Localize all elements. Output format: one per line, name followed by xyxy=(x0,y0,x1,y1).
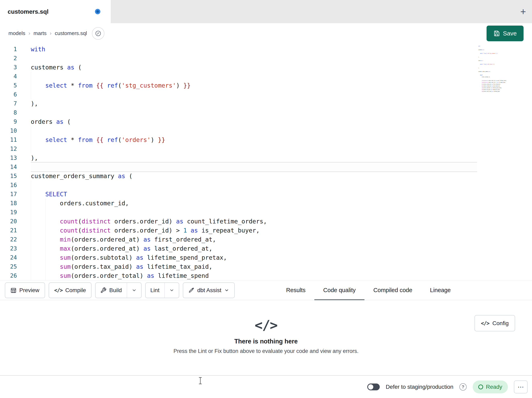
minimap-line xyxy=(478,65,509,67)
code-icon: </> xyxy=(481,320,489,326)
save-button[interactable]: Save xyxy=(487,26,524,41)
unsaved-indicator-dot xyxy=(95,9,100,14)
save-icon xyxy=(493,30,500,37)
code-line[interactable]: 18 orders.customer_id, xyxy=(0,199,532,208)
line-number: 14 xyxy=(0,163,17,171)
help-icon[interactable]: ? xyxy=(459,383,467,391)
code-line[interactable]: 1with xyxy=(0,45,532,54)
file-action-button[interactable] xyxy=(92,27,104,40)
line-number: 7 xyxy=(0,99,17,108)
code-line[interactable]: 12 xyxy=(0,144,532,153)
defer-label: Defer to staging/production xyxy=(386,384,453,390)
ready-status-badge[interactable]: Ready xyxy=(473,380,508,393)
minimap-line: count(distinct orders.order_id) > 1 as i… xyxy=(478,81,509,83)
code-line[interactable]: 11 select * from {{ ref('orders') }} xyxy=(0,135,532,144)
dbt-assist-button[interactable]: dbt Assist xyxy=(183,282,235,298)
code-line-content xyxy=(31,181,477,190)
code-line[interactable]: 4 xyxy=(0,72,532,81)
chevron-down-icon xyxy=(132,288,137,293)
indent-guide xyxy=(31,226,31,235)
indent-guide xyxy=(45,208,45,217)
chevron-down-icon xyxy=(169,288,174,293)
defer-toggle[interactable] xyxy=(367,384,380,390)
code-line[interactable]: 23 max(orders.ordered_at) as last_ordere… xyxy=(0,244,532,253)
code-line[interactable]: 15customer_orders_summary as ( xyxy=(0,171,532,181)
code-line[interactable]: 7), xyxy=(0,99,532,108)
breadcrumb-item-customers-sql: customers.sql xyxy=(55,30,87,36)
indent-guide xyxy=(45,244,45,253)
indent-guide xyxy=(45,199,45,208)
code-line-content: count(distinct orders.order_id) > 1 as i… xyxy=(31,226,477,235)
minimap-line xyxy=(478,69,509,71)
breadcrumb-item-marts[interactable]: marts xyxy=(34,30,47,36)
build-dropdown-button[interactable] xyxy=(127,283,141,298)
dbt-assist-label: dbt Assist xyxy=(197,287,222,294)
editor-tab-bar: customers.sql + xyxy=(0,0,532,23)
code-line[interactable]: 14 xyxy=(0,163,532,171)
minimap-line xyxy=(478,54,509,56)
preview-button[interactable]: Preview xyxy=(5,282,45,298)
indent-guide xyxy=(31,72,31,81)
code-line[interactable]: 3customers as ( xyxy=(0,63,532,72)
file-action-icon xyxy=(95,30,101,37)
minimap-line: with xyxy=(478,45,509,47)
code-line[interactable]: 21 count(distinct orders.order_id) > 1 a… xyxy=(0,226,532,235)
code-line-content: customer_orders_summary as ( xyxy=(31,171,477,181)
minimap-line xyxy=(478,72,509,74)
tab-results[interactable]: Results xyxy=(277,281,314,300)
code-line-content xyxy=(31,90,477,99)
minimap-line: sum(orders.order_total) as lifetime_spen… xyxy=(478,90,509,92)
tab-code-quality[interactable]: Code quality xyxy=(314,281,364,300)
code-line[interactable]: 20 count(distinct orders.order_id) as co… xyxy=(0,217,532,226)
code-line[interactable]: 25 sum(orders.tax_paid) as lifetime_tax_… xyxy=(0,262,532,271)
code-line[interactable]: 8 xyxy=(0,108,532,117)
minimap-line: sum(orders.subtotal) as lifetime_spend_p… xyxy=(478,87,509,89)
lint-button[interactable]: Lint xyxy=(146,283,164,298)
code-line[interactable]: 13), xyxy=(0,153,532,163)
config-button[interactable]: </> Config xyxy=(475,315,515,331)
compile-button[interactable]: </> Compile xyxy=(49,282,92,298)
line-number: 18 xyxy=(0,199,17,208)
table-icon xyxy=(10,287,17,293)
indent-guide xyxy=(31,126,31,135)
code-line[interactable]: 6 xyxy=(0,90,532,99)
code-line[interactable]: 9orders as ( xyxy=(0,117,532,126)
line-number: 19 xyxy=(0,208,17,217)
code-line[interactable]: 19 xyxy=(0,208,532,217)
code-line[interactable]: 10 xyxy=(0,126,532,135)
breadcrumb-item-models[interactable]: models xyxy=(8,30,25,36)
indent-guide xyxy=(45,226,45,235)
minimap[interactable]: withcustomers as ( select * from {{ ref(… xyxy=(478,45,509,94)
tab-lineage[interactable]: Lineage xyxy=(421,281,460,300)
code-line[interactable]: 16 xyxy=(0,181,532,190)
code-editor[interactable]: 1with23customers as (45 select * from {{… xyxy=(0,44,532,280)
line-number: 26 xyxy=(0,271,17,280)
tab-customers-sql[interactable]: customers.sql xyxy=(0,0,111,23)
breadcrumb-separator: › xyxy=(29,30,30,36)
code-line[interactable]: 22 min(orders.ordered_at) as first_order… xyxy=(0,235,532,244)
build-button[interactable]: Build xyxy=(95,283,127,298)
code-line[interactable]: 24 sum(orders.subtotal) as lifetime_spen… xyxy=(0,253,532,262)
new-tab-button[interactable]: + xyxy=(520,7,526,17)
code-line-content xyxy=(31,72,477,81)
minimap-line: SELECT xyxy=(478,74,509,76)
lint-dropdown-button[interactable] xyxy=(164,283,179,298)
indent-guide xyxy=(31,208,31,217)
chevron-down-icon xyxy=(224,288,229,293)
code-line-content: min(orders.ordered_at) as first_ordered_… xyxy=(31,235,477,244)
indent-guide xyxy=(45,253,45,262)
minimap-line xyxy=(478,51,509,52)
code-line-content: customers as ( xyxy=(31,63,477,72)
code-line[interactable]: 26 sum(orders.order_total) as lifetime_s… xyxy=(0,271,532,280)
tab-compiled-code[interactable]: Compiled code xyxy=(364,281,421,300)
breadcrumb-separator: › xyxy=(50,30,52,36)
minimap-line: select * from {{ ref('orders') }} xyxy=(478,63,509,65)
indent-guide xyxy=(45,271,45,280)
toolbar-buttons: Preview </> Compile Build Lint xyxy=(5,281,235,300)
code-line[interactable]: 17 SELECT xyxy=(0,190,532,199)
code-line[interactable]: 5 select * from {{ ref('stg_customers') … xyxy=(0,81,532,90)
minimap-line: ), xyxy=(478,67,509,69)
indent-guide xyxy=(31,144,31,153)
code-line[interactable]: 2 xyxy=(0,54,532,63)
more-options-button[interactable]: ⋯ xyxy=(514,380,528,393)
